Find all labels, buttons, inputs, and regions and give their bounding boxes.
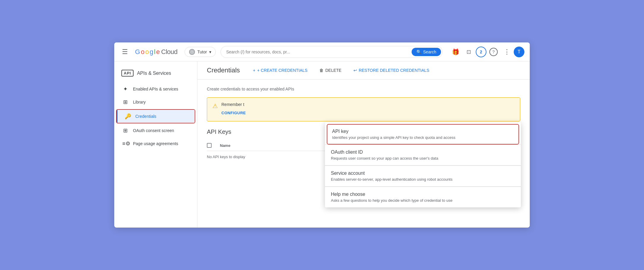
sidebar-item-enabled-apis[interactable]: ✦ Enabled APIs & services — [114, 82, 197, 96]
sidebar-item-credentials[interactable]: 🔑 Credentials — [117, 110, 195, 123]
google-g: G — [135, 48, 140, 56]
dropdown-item-api-key[interactable]: API key Identifies your project using a … — [327, 124, 519, 144]
google-logo: Google Cloud — [135, 48, 177, 56]
delete-label: DELETE — [325, 68, 341, 73]
page-title: Credentials — [207, 66, 240, 74]
menu-icon[interactable]: ☰ — [120, 46, 130, 58]
google-e: e — [156, 48, 160, 56]
help-icon: ? — [489, 48, 498, 56]
credentials-highlight-wrapper: 🔑 Credentials — [116, 109, 195, 123]
google-g2: g — [150, 48, 153, 56]
sidebar-header: API APIs & Services — [114, 67, 197, 82]
configure-button[interactable]: CONFIGURE — [221, 109, 246, 117]
dropdown-item-help-choose[interactable]: Help me choose Asks a few questions to h… — [325, 187, 521, 207]
google-o2: o — [145, 48, 149, 56]
gift-icon: 🎁 — [452, 48, 459, 55]
delete-button[interactable]: 🗑 DELETE — [316, 66, 345, 74]
api-badge: API — [121, 70, 134, 77]
topbar: ☰ Google Cloud Tutor ▾ 🔍 Search — [114, 42, 530, 61]
sidebar-item-oauth-consent[interactable]: ⊞ OAuth consent screen — [114, 124, 197, 137]
warning-content: Remember t CONFIGURE — [221, 102, 246, 117]
dropdown-item-api-key-desc: Identifies your project using a simple A… — [332, 135, 514, 140]
more-icon: ⋮ — [504, 48, 510, 56]
sidebar: API APIs & Services ✦ Enabled APIs & ser… — [114, 61, 197, 228]
google-o1: o — [141, 48, 145, 56]
sidebar-item-label: Library — [133, 100, 146, 104]
search-icon: 🔍 — [416, 50, 421, 54]
dropdown-item-service-account[interactable]: Service account Enables server-to-server… — [325, 166, 521, 187]
content-area: Credentials + + CREATE CREDENTIALS 🗑 DEL… — [197, 61, 530, 228]
restore-label: RESTORE DELETED CREDENTIALS — [359, 68, 429, 73]
svg-point-1 — [191, 51, 193, 53]
create-credentials-button[interactable]: + + CREATE CREDENTIALS — [249, 66, 311, 74]
select-all-checkbox[interactable] — [207, 143, 212, 148]
warning-text: Remember t — [221, 102, 244, 107]
more-icon-btn[interactable]: ⋮ — [501, 46, 513, 58]
name-column-header: Name — [220, 143, 230, 148]
dropdown-item-oauth-title: OAuth client ID — [331, 150, 515, 155]
chevron-down-icon: ▾ — [209, 50, 211, 54]
avatar-initial: T — [518, 49, 521, 55]
sidebar-item-page-usage[interactable]: ≡⚙ Page usage agreements — [114, 137, 197, 150]
content-description: Create credentials to access your enable… — [207, 87, 520, 91]
oauth-consent-icon: ⊞ — [122, 127, 128, 134]
project-icon — [189, 49, 195, 55]
search-input[interactable] — [226, 50, 410, 54]
content-header: Credentials + + CREATE CREDENTIALS 🗑 DEL… — [197, 61, 530, 80]
sidebar-title: APIs & Services — [137, 71, 171, 76]
dropdown-item-service-title: Service account — [331, 171, 515, 176]
search-button[interactable]: 🔍 Search — [412, 48, 441, 56]
sidebar-item-label: Page usage agreements — [133, 141, 178, 146]
restore-icon: ↩ — [353, 68, 357, 73]
create-credentials-label: + CREATE CREDENTIALS — [257, 68, 307, 73]
sidebar-item-library[interactable]: ⊞ Library — [114, 96, 197, 109]
google-l: l — [154, 48, 155, 56]
page-usage-icon: ≡⚙ — [122, 140, 128, 147]
help-icon-btn[interactable]: ? — [488, 46, 499, 58]
warning-icon: ⚠ — [212, 102, 218, 109]
credentials-icon: 🔑 — [125, 113, 131, 120]
project-name: Tutor — [197, 50, 207, 54]
enabled-apis-icon: ✦ — [122, 86, 128, 92]
terminal-icon-btn[interactable]: ⊡ — [463, 46, 475, 58]
terminal-icon: ⊡ — [467, 49, 471, 55]
notifications-badge[interactable]: 2 — [476, 47, 486, 57]
delete-icon: 🗑 — [319, 68, 323, 73]
sidebar-item-label: Enabled APIs & services — [133, 87, 178, 91]
dropdown-item-help-title: Help me choose — [331, 192, 515, 197]
avatar[interactable]: T — [514, 47, 524, 57]
warning-banner: ⚠ Remember t CONFIGURE — [207, 97, 520, 121]
main-layout: API APIs & Services ✦ Enabled APIs & ser… — [114, 61, 530, 228]
sidebar-nav: ✦ Enabled APIs & services ⊞ Library 🔑 Cr… — [114, 82, 197, 150]
empty-message: No API keys to display — [207, 155, 245, 159]
sidebar-item-label: OAuth consent screen — [133, 128, 174, 133]
search-button-label: Search — [423, 50, 436, 54]
create-icon: + — [253, 68, 255, 73]
dropdown-item-oauth-client[interactable]: OAuth client ID Requests user consent so… — [325, 145, 521, 166]
dropdown-item-oauth-desc: Requests user consent so your app can ac… — [331, 156, 515, 161]
dropdown-item-service-desc: Enables server-to-server, app-level auth… — [331, 177, 515, 182]
restore-deleted-credentials-button[interactable]: ↩ RESTORE DELETED CREDENTIALS — [350, 66, 433, 74]
dropdown-item-help-desc: Asks a few questions to help you decide … — [331, 198, 515, 203]
notifications-count: 2 — [480, 50, 482, 54]
google-cloud-text: Cloud — [161, 48, 177, 56]
search-bar: 🔍 Search — [221, 46, 442, 58]
gift-icon-btn[interactable]: 🎁 — [450, 46, 461, 58]
topbar-icons: 🎁 ⊡ 2 ? ⋮ T — [450, 46, 524, 58]
dropdown-item-api-key-title: API key — [332, 129, 514, 134]
create-credentials-dropdown: API key Identifies your project using a … — [325, 122, 521, 207]
sidebar-item-label: Credentials — [135, 114, 156, 119]
project-selector[interactable]: Tutor ▾ — [185, 47, 216, 57]
library-icon: ⊞ — [122, 99, 128, 105]
